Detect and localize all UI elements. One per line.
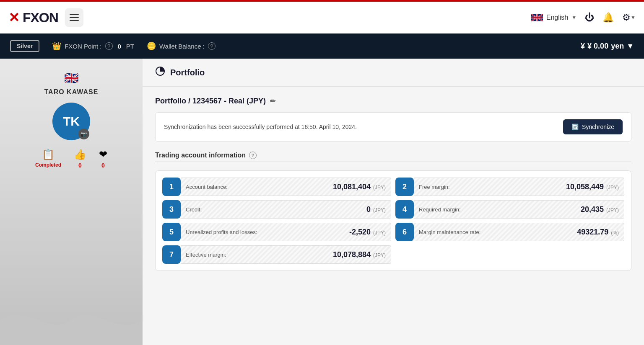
language-label: English [546,14,568,21]
wallet-unit: yen [611,42,624,51]
account-cell-2: 2 Free margin: 10,058,449 (JPY) [395,178,624,196]
edit-icon[interactable]: ✏ [270,97,275,105]
chevron-down-icon: ▼ [571,15,576,21]
cell-value-3: 0 [366,205,371,214]
cell-value-7: 10,078,884 [333,250,371,259]
cell-unit-4: (JPY) [606,207,619,213]
info-bar: Silver 👑 FXON Point : ? 0 PT 🪙 Wallet Ba… [0,33,644,59]
cell-data-6: Margin maintenance rate: 49321.79 (%) [414,223,624,241]
wallet-help-icon[interactable]: ? [208,42,216,50]
uk-flag-icon [531,14,543,21]
cell-unit-2: (JPY) [606,185,619,191]
cell-value-1: 10,081,404 [333,183,371,191]
power-icon: ⏻ [585,12,594,23]
stat-completed: 📋 Completed [35,149,61,168]
cell-number-3: 3 [162,200,181,219]
cell-label-7: Effective margin: [186,252,226,258]
fxon-points: 👑 FXON Point : ? 0 PT [52,41,134,51]
account-grid: 1 Account balance: 10,081,404 (JPY) 2 [155,170,631,271]
cell-value-5: -2,520 [349,228,371,237]
cell-number-7: 7 [162,245,181,264]
wallet-value-display[interactable]: ¥ ¥ 0.00 yen ▼ [581,42,634,51]
account-row-2: 3 Credit: 0 (JPY) 4 Required margin: [162,200,624,219]
silver-badge: Silver [10,40,39,52]
cell-unit-1: (JPY) [373,185,386,191]
portfolio-subtitle-text: Portfolio / 1234567 - Real (JPY) [155,97,266,106]
cell-data-4: Required margin: 20,435 (JPY) [414,200,624,219]
settings-button[interactable]: ⚙ ▼ [622,12,636,23]
stat-hearts: ❤ 0 [99,149,107,169]
cell-label-1: Account balance: [186,184,228,190]
cell-unit-3: (JPY) [373,207,386,213]
nav-right: English ▼ ⏻ 🔔 ⚙ ▼ [531,12,636,23]
account-row-4: 7 Effective margin: 10,078,884 (JPY) [162,245,624,264]
cell-unit-5: (JPY) [373,230,386,236]
section-title: Portfolio [170,68,205,77]
notifications-button[interactable]: 🔔 [602,12,614,23]
cell-value-4: 20,435 [581,205,604,214]
trading-divider [155,162,631,162]
hamburger-menu-button[interactable] [65,8,83,27]
main-content: Portfolio Portfolio / 1234567 - Real (JP… [143,59,644,345]
completed-label: Completed [35,162,61,168]
power-button[interactable]: ⏻ [585,12,594,23]
fxon-point-label: FXON Point : [65,43,101,50]
avatar-initials: TK [63,114,80,129]
cell-label-4: Required margin: [419,206,461,213]
trading-info-help-icon[interactable]: ? [249,152,257,159]
hamburger-line-2 [70,17,79,18]
cell-number-2: 2 [395,178,414,196]
thumbs-up-icon: 👍 [74,149,86,160]
completed-icon: 📋 [42,149,55,160]
heart-icon: ❤ [99,149,107,160]
cell-label-3: Credit: [186,206,202,213]
cell-value-group-2: 10,058,449 (JPY) [566,183,619,191]
cell-label-2: Free margin: [419,184,450,190]
trading-info-title: Trading account information ? [155,152,631,159]
cell-unit-6: (%) [611,230,619,236]
sync-button-label: Synchronize [582,124,614,130]
account-cell-7: 7 Effective margin: 10,078,884 (JPY) [162,245,391,264]
hearts-value: 0 [101,162,105,169]
cell-data-2: Free margin: 10,058,449 (JPY) [414,178,624,196]
hamburger-line-1 [70,14,79,15]
cell-unit-7: (JPY) [373,252,386,258]
camera-icon[interactable]: 📷 [78,129,89,139]
user-name: TARO KAWASE [44,88,99,96]
account-cell-6: 6 Margin maintenance rate: 49321.79 (%) [395,223,624,241]
portfolio-pie-icon [155,66,165,79]
cell-value-group-3: 0 (JPY) [366,205,386,214]
wallet-amount: ¥ 0.00 [587,42,608,51]
cell-data-3: Credit: 0 (JPY) [181,200,391,219]
cell-label-5: Unrealized profits and losses: [186,229,257,235]
logo: ✕ FXON [8,10,58,26]
fxon-point-help-icon[interactable]: ? [105,42,113,50]
user-flag-icon: 🇬🇧 [64,71,79,85]
account-row-1: 1 Account balance: 10,081,404 (JPY) 2 [162,178,624,196]
gear-icon: ⚙ [622,12,631,23]
user-profile: 🇬🇧 TARO KAWASE TK 📷 📋 Completed 👍 0 [0,67,143,181]
synchronize-button[interactable]: 🔄 Synchronize [563,119,623,134]
sidebar: 🇬🇧 TARO KAWASE TK 📷 📋 Completed 👍 0 [0,59,143,345]
cell-value-2: 10,058,449 [566,183,604,191]
cell-number-4: 4 [395,200,414,219]
settings-chevron-icon: ▼ [631,15,636,21]
cell-value-group-6: 49321.79 (%) [577,228,619,237]
main-layout: 🇬🇧 TARO KAWASE TK 📷 📋 Completed 👍 0 [0,59,644,345]
cell-data-1: Account balance: 10,081,404 (JPY) [181,178,391,196]
wallet-balance: 🪙 Wallet Balance : ? [147,41,216,51]
account-cell-3: 3 Credit: 0 (JPY) [162,200,391,219]
portfolio-subtitle: Portfolio / 1234567 - Real (JPY) ✏ [155,97,631,106]
fxon-point-unit: PT [126,43,134,50]
language-selector[interactable]: English ▼ [531,14,576,21]
cell-data-7: Effective margin: 10,078,884 (JPY) [181,245,391,264]
user-stats: 📋 Completed 👍 0 ❤ 0 [35,149,107,169]
account-cell-5: 5 Unrealized profits and losses: -2,520 … [162,223,391,241]
cell-number-6: 6 [395,223,414,241]
account-cell-1: 1 Account balance: 10,081,404 (JPY) [162,178,391,196]
cell-value-group-5: -2,520 (JPY) [349,228,386,237]
cell-value-6: 49321.79 [577,228,608,237]
avatar-container: TK 📷 [52,103,90,140]
logo-x-icon: ✕ [8,10,19,25]
sync-message: Synchronization has been successfully pe… [164,124,357,130]
